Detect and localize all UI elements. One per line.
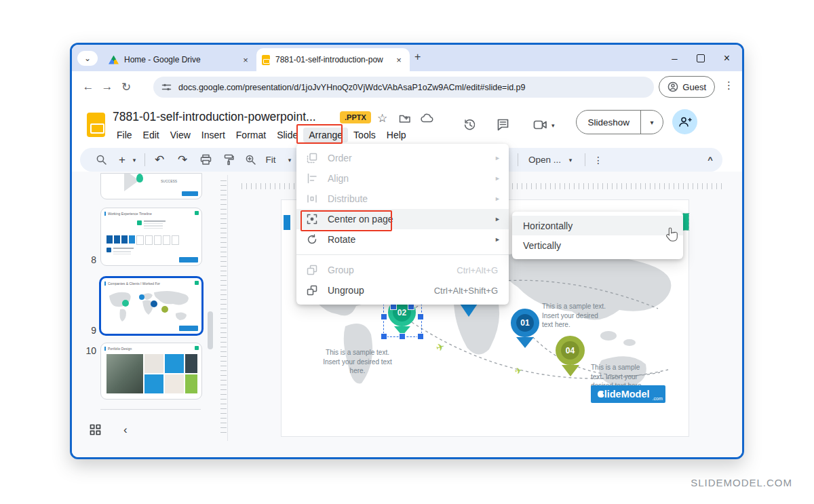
browser-menu-icon[interactable]: ⋮ <box>724 79 734 92</box>
slide-number-9: 9 <box>83 325 96 336</box>
menu-item-rotate[interactable]: Rotate ► <box>296 229 509 250</box>
slide-thumbnail-9[interactable]: Companies & Clients I Worked For <box>99 276 204 336</box>
menu-item-label: Group <box>328 265 354 275</box>
document-title[interactable]: 7881-01-self-introduction-powerpoint... <box>113 110 316 124</box>
minimize-button[interactable]: – <box>672 52 677 64</box>
open-dropdown[interactable]: Open ... <box>525 148 564 172</box>
videocam-caret-icon[interactable]: ▾ <box>551 122 555 129</box>
tab-search-button[interactable]: ⌄ <box>77 51 98 66</box>
menu-shortcut: Ctrl+Alt+Shift+G <box>434 286 498 296</box>
share-button[interactable] <box>672 109 697 134</box>
menu-item-label: Center on page <box>328 214 393 225</box>
grid-view-icon[interactable] <box>90 424 101 438</box>
menu-slide[interactable]: Slide <box>271 128 303 142</box>
menu-item-center-on-page[interactable]: Center on page ► <box>296 209 509 229</box>
add-caret-icon[interactable]: ▾ <box>130 148 138 172</box>
close-icon[interactable]: × <box>240 55 251 65</box>
thumb10-title: Portfolio Design <box>108 347 182 351</box>
order-icon <box>306 152 318 164</box>
sample-text-left[interactable]: This is a sample text. Insert your desir… <box>322 348 393 376</box>
menu-file[interactable]: File <box>111 128 138 142</box>
center-on-page-submenu: Horizontally Vertically <box>512 212 683 259</box>
redo-icon[interactable]: ↷ <box>174 148 191 172</box>
menu-item-group[interactable]: Group Ctrl+Alt+G <box>296 260 509 280</box>
search-icon[interactable] <box>92 148 110 172</box>
submenu-item-vertically[interactable]: Vertically <box>512 235 683 255</box>
fit-caret-icon[interactable]: ▾ <box>285 148 294 172</box>
collapse-filmstrip-icon[interactable]: ‹ <box>123 423 128 437</box>
menu-item-align[interactable]: Align ► <box>296 168 509 189</box>
submenu-arrow-icon: ► <box>495 236 501 243</box>
cloud-status-icon[interactable] <box>421 113 433 125</box>
menu-bar: File Edit View Insert Format Slide Arran… <box>111 128 412 142</box>
slides-file-icon[interactable] <box>87 113 105 137</box>
paint-format-icon[interactable] <box>220 148 237 172</box>
menu-item-label: Distribute <box>328 193 368 204</box>
url-text: docs.google.com/presentation/d/1joJvYHno… <box>178 83 526 92</box>
move-folder-icon[interactable] <box>399 113 411 126</box>
toolbar-kebab-icon[interactable]: ⋮ <box>592 148 605 172</box>
site-info-icon[interactable] <box>161 82 172 92</box>
menu-tools[interactable]: Tools <box>348 128 381 142</box>
menu-help[interactable]: Help <box>381 128 412 142</box>
pin-label: 01 <box>520 318 529 328</box>
menu-item-ungroup[interactable]: Ungroup Ctrl+Alt+Shift+G <box>296 280 509 301</box>
undo-icon[interactable]: ↶ <box>151 148 168 172</box>
submenu-item-label: Vertically <box>523 240 561 251</box>
resize-handle[interactable] <box>381 333 387 340</box>
map-pin-01[interactable]: 01 <box>511 309 539 348</box>
collapse-toolbar-icon[interactable]: ^ <box>703 148 718 172</box>
sample-text-topright[interactable]: This is a sample text. Insert your desir… <box>542 302 606 330</box>
cursor-hand-icon <box>665 227 680 243</box>
new-tab-button[interactable]: + <box>414 51 421 63</box>
close-icon[interactable]: × <box>393 55 404 65</box>
menu-item-order[interactable]: Order ► <box>296 148 509 168</box>
resize-handle[interactable] <box>381 313 387 320</box>
url-bar[interactable]: docs.google.com/presentation/d/1joJvYHno… <box>153 77 654 98</box>
resize-handle[interactable] <box>399 333 406 340</box>
back-icon[interactable]: ← <box>79 80 98 94</box>
add-icon[interactable]: + <box>115 148 129 172</box>
comments-icon[interactable] <box>497 118 509 134</box>
submenu-item-horizontally[interactable]: Horizontally <box>512 216 683 235</box>
slide-thumbnail-7[interactable]: SUCCESS <box>100 173 202 199</box>
star-icon[interactable]: ☆ <box>377 111 387 125</box>
slideshow-button[interactable]: Slideshow ▾ <box>576 110 663 134</box>
submenu-arrow-icon: ► <box>495 195 501 202</box>
map-pin-04[interactable]: 04 <box>556 336 585 376</box>
close-window-button[interactable]: × <box>724 52 730 64</box>
distribute-icon <box>306 193 318 205</box>
menu-insert[interactable]: Insert <box>196 128 231 142</box>
hidden-pin-tip[interactable] <box>460 304 478 317</box>
forward-icon[interactable]: → <box>98 80 117 94</box>
menu-format[interactable]: Format <box>231 128 271 142</box>
docs-header: 7881-01-self-introduction-powerpoint... … <box>72 103 742 148</box>
slidemodel-logo: SlideModel .com <box>591 385 665 403</box>
menu-view[interactable]: View <box>165 128 196 142</box>
chevron-down-icon: ⌄ <box>84 54 91 63</box>
menu-edit[interactable]: Edit <box>138 128 165 142</box>
menu-item-label: Rotate <box>328 234 355 245</box>
tab-presentation[interactable]: 7881-01-self-introduction-pow × <box>256 48 410 71</box>
menu-item-label: Ungroup <box>328 285 364 296</box>
videocam-icon[interactable] <box>533 119 548 133</box>
guest-profile-button[interactable]: Guest <box>659 76 715 98</box>
menu-item-distribute[interactable]: Distribute ► <box>296 189 509 209</box>
slideshow-dropdown[interactable]: ▾ <box>640 111 663 134</box>
tab-google-drive[interactable]: Home - Google Drive × <box>103 48 256 71</box>
slide-number-10: 10 <box>83 345 96 356</box>
slide-thumbnail-8[interactable]: Working Experience Timeline <box>100 208 202 266</box>
drive-icon <box>109 56 119 64</box>
open-caret-icon[interactable]: ▾ <box>566 148 575 172</box>
reload-icon[interactable]: ↻ <box>117 80 136 94</box>
maximize-button[interactable] <box>697 54 705 62</box>
resize-handle[interactable] <box>417 313 424 320</box>
version-history-icon[interactable] <box>463 118 477 134</box>
zoom-icon[interactable] <box>241 148 259 172</box>
panel-scrollbar[interactable] <box>208 311 213 349</box>
slide-thumbnail-10[interactable]: Portfolio Design <box>100 343 202 400</box>
zoom-fit-select[interactable]: Fit <box>260 148 281 172</box>
menu-arrange[interactable]: Arrange <box>303 128 348 142</box>
resize-handle[interactable] <box>417 333 424 340</box>
print-icon[interactable] <box>197 148 214 172</box>
